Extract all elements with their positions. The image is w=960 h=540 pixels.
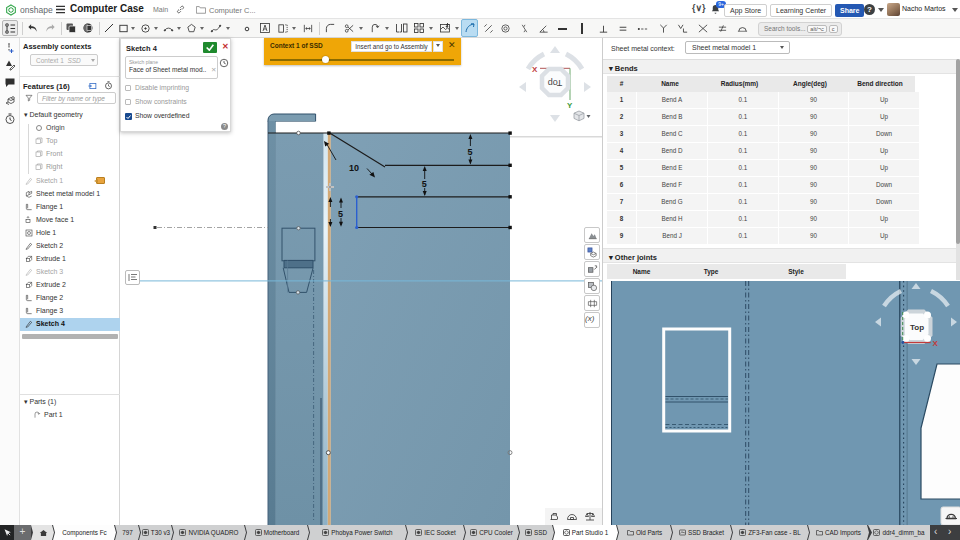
svg-text:X: X <box>933 339 939 348</box>
svg-text:5: 5 <box>338 209 343 219</box>
svg-text:Top: Top <box>548 78 563 88</box>
svg-text:5: 5 <box>467 147 472 157</box>
svg-text:X: X <box>532 65 538 74</box>
svg-text:Top: Top <box>910 323 924 332</box>
svg-text:10: 10 <box>349 163 359 173</box>
svg-text:5: 5 <box>422 179 427 189</box>
svg-text:Y: Y <box>567 101 573 110</box>
